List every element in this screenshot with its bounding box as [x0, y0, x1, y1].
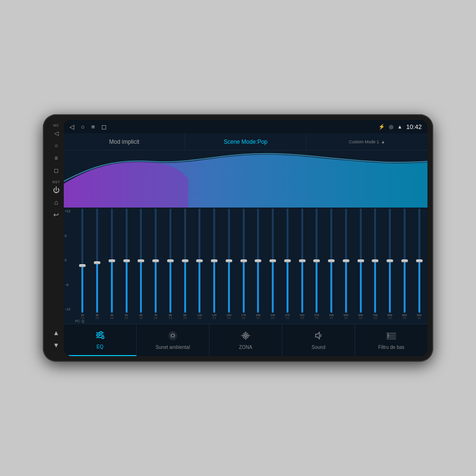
slider-col-920[interactable]: 9202.2 — [412, 208, 426, 319]
slider-track-500[interactable] — [345, 208, 347, 313]
eq-sliders-layout: +12 6 0 −6 −12 202.2302.2402.2502.2602.2… — [64, 208, 427, 319]
slider-col-500[interactable]: 5002.2 — [339, 208, 354, 319]
slider-col-150[interactable]: 1502.2 — [222, 208, 237, 319]
q-value-500: 2.2 — [344, 317, 347, 319]
slider-col-125[interactable]: 1252.2 — [207, 208, 222, 319]
slider-thumb-150[interactable] — [226, 259, 232, 262]
slider-col-275[interactable]: 2752.2 — [280, 208, 295, 319]
slider-col-110[interactable]: 1102.2 — [192, 208, 207, 319]
slider-thumb-500[interactable] — [343, 259, 349, 262]
slider-track-275[interactable] — [287, 208, 288, 313]
slider-track-60[interactable] — [140, 208, 142, 313]
slider-col-40[interactable]: 402.2 — [105, 208, 119, 319]
slider-track-600[interactable] — [360, 208, 362, 313]
slider-thumb-920[interactable] — [416, 259, 423, 262]
slider-col-20[interactable]: 202.2 — [75, 208, 90, 319]
slider-col-30[interactable]: 302.2 — [90, 208, 105, 319]
nav-eq[interactable]: EQ — [64, 324, 137, 356]
slider-thumb-800[interactable] — [387, 259, 393, 262]
back-nav-btn[interactable]: ◁ — [51, 128, 61, 139]
slider-thumb-80[interactable] — [167, 259, 174, 262]
slider-thumb-20[interactable] — [79, 264, 86, 267]
custom-mode-btn[interactable]: Custom Mode 1 ▲ — [307, 133, 427, 150]
slider-col-700[interactable]: 7002.2 — [368, 208, 383, 319]
slider-track-315[interactable] — [301, 208, 303, 313]
slider-col-435[interactable]: 4352.2 — [324, 208, 339, 319]
q-value-235: 2.2 — [271, 317, 275, 319]
home-icon[interactable]: ○ — [81, 123, 85, 130]
bass-filter-icon — [386, 331, 397, 343]
slider-track-200[interactable] — [257, 208, 259, 313]
slider-thumb-30[interactable] — [94, 261, 100, 264]
slider-col-95[interactable]: 952.2 — [178, 208, 192, 319]
nav-filtru[interactable]: Filtru de bas — [355, 324, 427, 356]
fc-prefix: FC: — [75, 319, 80, 323]
slider-track-800[interactable] — [389, 208, 391, 313]
slider-col-200[interactable]: 2002.2 — [251, 208, 266, 319]
slider-thumb-315[interactable] — [299, 259, 306, 262]
slider-thumb-60[interactable] — [138, 259, 144, 262]
slider-track-175[interactable] — [243, 208, 245, 313]
slider-thumb-110[interactable] — [196, 259, 203, 262]
q-value-95: 2.2 — [183, 317, 187, 319]
slider-track-50[interactable] — [126, 208, 128, 313]
slider-thumb-235[interactable] — [269, 259, 276, 262]
slider-col-80[interactable]: 802.2 — [163, 208, 178, 319]
slider-track-70[interactable] — [155, 208, 157, 313]
slider-thumb-860[interactable] — [401, 259, 408, 262]
home-btn[interactable]: ⌂ — [51, 197, 61, 208]
slider-track-95[interactable] — [184, 208, 186, 313]
nav-sunet[interactable]: Sunet ambiental — [137, 324, 209, 356]
home-nav-btn[interactable]: ○ — [51, 140, 61, 151]
slider-thumb-175[interactable] — [240, 259, 247, 262]
vol-up-btn[interactable]: ▲ — [51, 327, 61, 338]
menu-icon[interactable]: ≡ — [91, 123, 95, 130]
slider-track-40[interactable] — [111, 208, 113, 313]
slider-track-375[interactable] — [316, 208, 317, 313]
slider-track-110[interactable] — [198, 208, 200, 313]
slider-thumb-600[interactable] — [357, 259, 364, 262]
slider-track-30[interactable] — [96, 208, 98, 313]
slider-col-315[interactable]: 3152.2 — [295, 208, 309, 319]
slider-track-150[interactable] — [228, 208, 230, 313]
slider-col-60[interactable]: 602.2 — [134, 208, 149, 319]
slider-col-860[interactable]: 8602.2 — [397, 208, 412, 319]
eq-visualization — [64, 150, 427, 208]
recent-icon[interactable]: ◻ — [101, 123, 107, 130]
slider-thumb-435[interactable] — [328, 259, 335, 262]
vol-down-btn[interactable]: ▼ — [51, 340, 61, 350]
slider-col-800[interactable]: 8002.2 — [383, 208, 397, 319]
slider-track-435[interactable] — [330, 208, 332, 313]
nav-sound[interactable]: Sound — [282, 324, 355, 356]
slider-track-80[interactable] — [169, 208, 171, 313]
slider-thumb-275[interactable] — [284, 259, 291, 262]
power-btn[interactable]: ⏻ — [51, 185, 61, 195]
slider-track-235[interactable] — [272, 208, 274, 313]
slider-thumb-40[interactable] — [109, 259, 115, 262]
slider-thumb-70[interactable] — [152, 259, 159, 262]
slider-col-600[interactable]: 6002.2 — [353, 208, 368, 319]
slider-thumb-700[interactable] — [372, 259, 378, 262]
scene-mode-btn[interactable]: Scene Mode:Pop — [185, 133, 307, 150]
slider-track-700[interactable] — [374, 208, 376, 313]
nav-zona[interactable]: ZONA — [209, 324, 282, 356]
slider-col-50[interactable]: 502.2 — [119, 208, 134, 319]
undo-btn[interactable]: ↩ — [51, 209, 61, 220]
mod-implicit-btn[interactable]: Mod implicit — [64, 133, 185, 150]
slider-thumb-125[interactable] — [211, 259, 218, 262]
slider-col-375[interactable]: 3752.2 — [309, 208, 324, 319]
slider-thumb-200[interactable] — [255, 259, 261, 262]
slider-thumb-95[interactable] — [182, 259, 188, 262]
slider-col-235[interactable]: 2352.2 — [266, 208, 280, 319]
slider-track-125[interactable] — [213, 208, 215, 313]
slider-track-860[interactable] — [404, 208, 406, 313]
recent-nav-btn[interactable]: ◻ — [51, 165, 61, 176]
menu-nav-btn[interactable]: ≡ — [51, 153, 61, 163]
slider-track-920[interactable] — [418, 208, 420, 313]
slider-col-70[interactable]: 702.2 — [149, 208, 163, 319]
slider-track-20[interactable] — [81, 208, 83, 313]
slider-thumb-375[interactable] — [313, 259, 320, 262]
back-icon[interactable]: ◁ — [69, 123, 74, 130]
slider-thumb-50[interactable] — [123, 259, 130, 262]
slider-col-175[interactable]: 1752.2 — [236, 208, 251, 319]
